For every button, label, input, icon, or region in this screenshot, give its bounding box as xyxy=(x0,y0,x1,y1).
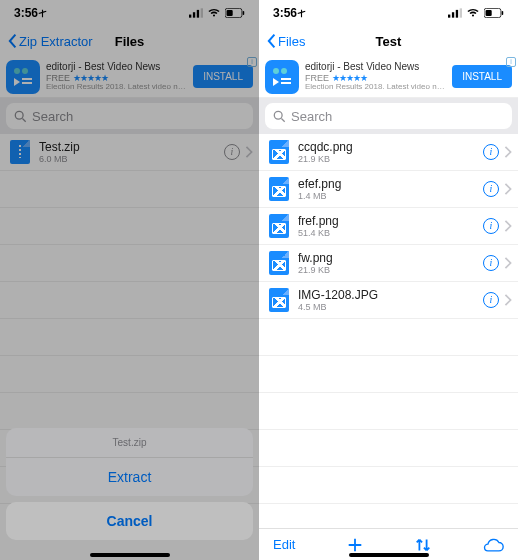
file-name: ccqdc.png xyxy=(298,140,474,154)
file-name: IMG-1208.JPG xyxy=(298,288,474,302)
svg-point-20 xyxy=(281,68,287,74)
search-input[interactable]: Search xyxy=(265,103,512,129)
status-time: 3:56 xyxy=(273,6,306,20)
file-size: 51.4 KB xyxy=(298,228,474,238)
info-icon[interactable]: i xyxy=(483,181,499,197)
chevron-right-icon xyxy=(504,183,512,195)
phone-screen-left: 3:56 Zip Extractor Files i editorji - Be… xyxy=(0,0,259,560)
info-icon[interactable]: i xyxy=(483,255,499,271)
img-file-icon xyxy=(269,214,289,238)
file-row[interactable]: efef.png 1.4 MB i xyxy=(259,171,518,208)
img-file-icon xyxy=(269,288,289,312)
chevron-left-icon xyxy=(265,33,279,49)
edit-button[interactable]: Edit xyxy=(273,537,295,552)
file-row[interactable]: IMG-1208.JPG 4.5 MB i xyxy=(259,282,518,319)
ad-text: editorji - Best Video News FREE ★★★★★ El… xyxy=(305,61,446,92)
sort-icon[interactable] xyxy=(414,536,432,554)
svg-rect-22 xyxy=(281,82,291,84)
file-row[interactable]: ccqdc.png 21.9 KB i xyxy=(259,134,518,171)
home-indicator[interactable] xyxy=(349,553,429,557)
file-row[interactable]: fw.png 21.9 KB i xyxy=(259,245,518,282)
chevron-right-icon xyxy=(504,146,512,158)
svg-rect-17 xyxy=(486,10,492,16)
cloud-icon[interactable] xyxy=(482,537,504,553)
extract-button[interactable]: Extract xyxy=(6,458,253,496)
svg-rect-14 xyxy=(456,10,458,18)
sheet-title: Test.zip xyxy=(6,428,253,458)
search-icon xyxy=(273,110,286,123)
img-file-icon xyxy=(269,177,289,201)
action-sheet-overlay[interactable]: Test.zip Extract Cancel xyxy=(0,0,259,560)
info-icon[interactable]: i xyxy=(483,218,499,234)
img-file-icon xyxy=(269,251,289,275)
action-sheet: Test.zip Extract xyxy=(6,428,253,496)
ad-indicator-icon: i xyxy=(506,57,516,67)
file-list: ccqdc.png 21.9 KB i efef.png 1.4 MB i fr… xyxy=(259,134,518,528)
chevron-right-icon xyxy=(504,257,512,269)
home-indicator[interactable] xyxy=(90,553,170,557)
file-name: efef.png xyxy=(298,177,474,191)
file-size: 21.9 KB xyxy=(298,154,474,164)
info-icon[interactable]: i xyxy=(483,292,499,308)
ad-app-icon xyxy=(265,60,299,94)
ad-install-button[interactable]: INSTALL xyxy=(452,65,512,88)
svg-rect-12 xyxy=(448,15,450,18)
signal-icon xyxy=(448,8,462,18)
info-icon[interactable]: i xyxy=(483,144,499,160)
file-size: 1.4 MB xyxy=(298,191,474,201)
wifi-icon xyxy=(466,8,480,18)
battery-icon xyxy=(484,8,504,18)
chevron-right-icon xyxy=(504,294,512,306)
file-name: fref.png xyxy=(298,214,474,228)
svg-point-19 xyxy=(273,68,279,74)
img-file-icon xyxy=(269,140,289,164)
file-name: fw.png xyxy=(298,251,474,265)
status-indicators xyxy=(448,8,504,18)
svg-rect-21 xyxy=(281,78,291,80)
chevron-right-icon xyxy=(504,220,512,232)
svg-point-23 xyxy=(274,111,282,119)
file-row[interactable]: fref.png 51.4 KB i xyxy=(259,208,518,245)
file-size: 4.5 MB xyxy=(298,302,474,312)
svg-rect-15 xyxy=(460,8,462,17)
svg-rect-18 xyxy=(502,11,504,15)
search-bar-container: Search xyxy=(259,98,518,134)
phone-screen-right: 3:56 Files Test i editorji - Best Video … xyxy=(259,0,518,560)
ad-banner[interactable]: i editorji - Best Video News FREE ★★★★★ … xyxy=(259,56,518,98)
back-button[interactable]: Files xyxy=(265,33,305,49)
svg-rect-13 xyxy=(452,12,454,17)
nav-bar: Files Test xyxy=(259,26,518,56)
cancel-button[interactable]: Cancel xyxy=(6,502,253,540)
add-icon[interactable] xyxy=(346,536,364,554)
status-bar: 3:56 xyxy=(259,0,518,26)
file-size: 21.9 KB xyxy=(298,265,474,275)
